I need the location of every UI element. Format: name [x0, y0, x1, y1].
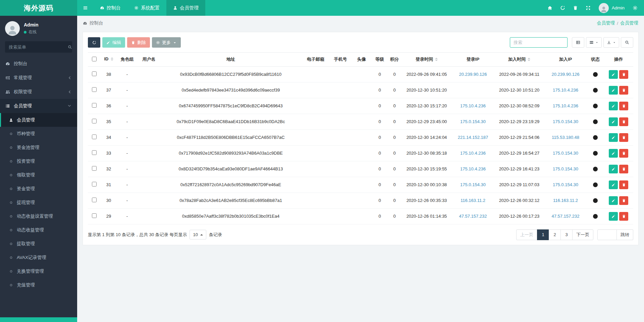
pagination-page-3[interactable]: 3 — [560, 229, 573, 240]
row-checkbox[interactable] — [92, 150, 97, 155]
nav-home-button[interactable] — [544, 0, 556, 16]
sidebar-subitem-6[interactable]: 资金管理 — [0, 182, 77, 196]
row-delete-button[interactable] — [619, 86, 628, 95]
status-toggle[interactable] — [593, 119, 598, 124]
sidebar-subitem-12[interactable]: 兑换管理管理 — [0, 264, 77, 278]
sidebar-subitem-4[interactable]: 投资管理 — [0, 154, 77, 168]
row-delete-button[interactable] — [619, 165, 628, 173]
advanced-search-button[interactable] — [621, 37, 633, 48]
columns-button[interactable] — [586, 37, 602, 48]
export-button[interactable] — [603, 37, 619, 48]
column-header-id[interactable]: ID — [101, 53, 117, 67]
cell-login_ip-link[interactable]: 221.14.152.187 — [458, 135, 488, 140]
column-header-join_ip[interactable]: 加入IP — [544, 53, 587, 67]
row-edit-button[interactable] — [609, 117, 618, 126]
delete-button[interactable]: 删除 — [127, 37, 150, 48]
nav-fullscreen-button[interactable] — [582, 0, 595, 16]
row-checkbox[interactable] — [92, 198, 97, 202]
row-edit-button[interactable] — [609, 86, 618, 95]
status-toggle[interactable] — [593, 214, 598, 219]
row-delete-button[interactable] — [619, 149, 628, 158]
cell-login_ip-link[interactable]: 175.10.4.236 — [460, 103, 486, 108]
cell-login_ip-link[interactable]: 175.0.154.30 — [460, 182, 486, 187]
sidebar-subitem-10[interactable]: 提取管理 — [0, 237, 77, 251]
row-edit-button[interactable] — [609, 196, 618, 205]
more-button[interactable]: 更多 — [152, 37, 181, 48]
nav-refresh-button[interactable] — [556, 0, 569, 16]
column-header-email[interactable]: 电子邮箱 — [301, 53, 330, 67]
table-row[interactable]: 35-0x79cD1F09e0E8aD8C6BaaE41DDb16B31b9c0… — [88, 114, 633, 129]
topnav-item-1[interactable]: 控制台 — [93, 0, 127, 16]
status-toggle[interactable] — [593, 182, 598, 187]
row-delete-button[interactable] — [619, 133, 628, 142]
sidebar-item-1[interactable]: 控制台 — [0, 57, 77, 71]
row-delete-button[interactable] — [619, 117, 628, 126]
sidebar-subitem-7[interactable]: 提现管理 — [0, 196, 77, 209]
row-checkbox[interactable] — [92, 103, 97, 108]
column-header-role[interactable]: 角色组 — [117, 53, 138, 67]
row-checkbox[interactable] — [92, 182, 97, 186]
sidebar-collapse-bar[interactable] — [0, 317, 77, 322]
row-edit-button[interactable] — [609, 133, 618, 142]
row-checkbox[interactable] — [92, 71, 97, 76]
column-header-join_time[interactable]: 加入时间 — [494, 53, 544, 67]
table-row[interactable]: 31-0x52ff721628972c0A1Adc5c95269bd907D9F… — [88, 177, 633, 193]
cell-join_ip-link[interactable]: 175.0.154.30 — [553, 166, 578, 171]
sidebar-subitem-2[interactable]: 币种管理 — [0, 127, 77, 141]
cell-join_ip-link[interactable]: 175.10.4.236 — [553, 103, 578, 108]
table-row[interactable]: 29-0xd85850e7Aaff3c38f782b0b301035cE3bc0… — [88, 208, 633, 224]
row-edit-button[interactable] — [609, 70, 618, 79]
table-row[interactable]: 37-0x5ed4edefb97843ee34731c49d396d6c09ae… — [88, 82, 633, 98]
sidebar-subitem-3[interactable]: 资金池管理 — [0, 141, 77, 154]
column-header-ops[interactable]: 操作 — [604, 53, 633, 67]
row-edit-button[interactable] — [609, 180, 618, 189]
nav-clear-cache-button[interactable] — [569, 0, 582, 16]
table-row[interactable]: 32-0x8D324f3D79b354caEa93e080DF1ae9AF466… — [88, 161, 633, 177]
cell-join_ip-link[interactable]: 175.0.154.30 — [553, 182, 578, 187]
pagination-prev[interactable]: 上一页 — [516, 229, 537, 240]
column-header-avatar[interactable]: 头像 — [351, 53, 372, 67]
page-jump-button[interactable]: 跳转 — [617, 229, 633, 240]
column-header-status[interactable]: 状态 — [587, 53, 604, 67]
cell-join_ip-link[interactable]: 175.0.154.30 — [553, 119, 578, 124]
edit-button[interactable]: 编辑 — [102, 37, 125, 48]
sidebar-subitem-5[interactable]: 领取管理 — [0, 168, 77, 182]
table-search-input[interactable] — [510, 37, 568, 48]
menu-search-input[interactable] — [9, 45, 68, 50]
column-header-address[interactable]: 地址 — [160, 53, 301, 67]
row-checkbox[interactable] — [92, 119, 97, 123]
cell-join_ip-link[interactable]: 20.239.90.126 — [551, 72, 579, 77]
cell-login_ip-link[interactable]: 175.0.154.30 — [460, 119, 486, 124]
row-delete-button[interactable] — [619, 180, 628, 189]
status-toggle[interactable] — [593, 104, 598, 108]
sidebar-subitem-8[interactable]: 动态收益设置管理 — [0, 209, 77, 223]
row-edit-button[interactable] — [609, 212, 618, 221]
cell-join_ip-link[interactable]: 175.10.4.236 — [553, 88, 578, 93]
row-checkbox[interactable] — [92, 87, 97, 92]
row-checkbox[interactable] — [92, 166, 97, 171]
pagination-page-1[interactable]: 1 — [537, 229, 549, 240]
pagination-page-2[interactable]: 2 — [549, 229, 561, 240]
column-header-phone[interactable]: 手机号 — [330, 53, 351, 67]
topnav-item-3[interactable]: 会员管理 — [166, 0, 205, 16]
cell-join_ip-link[interactable]: 116.163.11.2 — [553, 198, 578, 203]
row-delete-button[interactable] — [619, 212, 628, 221]
cell-join_ip-link[interactable]: 115.53.180.48 — [552, 135, 579, 140]
column-header-score[interactable]: 积分 — [387, 53, 402, 67]
sidebar-subitem-13[interactable]: 充值管理 — [0, 278, 77, 292]
status-toggle[interactable] — [593, 198, 598, 203]
cell-join_ip-link[interactable]: 175.0.154.30 — [553, 151, 578, 156]
table-row[interactable]: 36-0x6747459950FF5847875c1eC9fD8cB2C494D… — [88, 98, 633, 114]
brand-logo[interactable]: 海外源码 — [0, 0, 77, 16]
cell-login_ip-link[interactable]: 47.57.157.232 — [459, 214, 487, 219]
row-edit-button[interactable] — [609, 149, 618, 158]
pagination-next[interactable]: 下一页 — [572, 229, 593, 240]
row-edit-button[interactable] — [609, 102, 618, 110]
row-checkbox[interactable] — [92, 213, 97, 218]
status-toggle[interactable] — [593, 72, 598, 77]
row-edit-button[interactable] — [609, 165, 618, 173]
cell-login_ip-link[interactable]: 116.163.11.2 — [461, 198, 485, 203]
cell-login_ip-link[interactable]: 175.10.4.236 — [460, 166, 486, 171]
table-row[interactable]: 30-0x78a28Fab2cA3e61AB2e85cf35Ec8Ec695bB… — [88, 193, 633, 208]
status-toggle[interactable] — [593, 88, 598, 93]
